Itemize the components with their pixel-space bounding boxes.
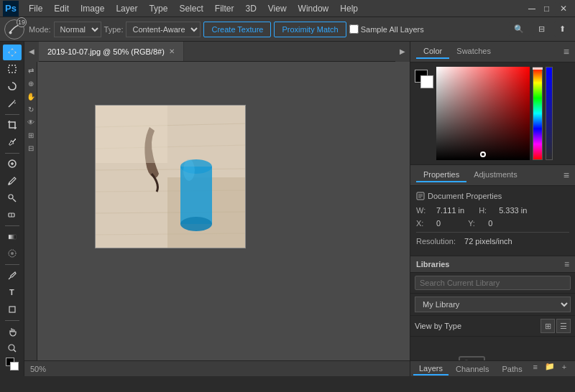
nav-grid[interactable]: ⊞	[25, 129, 37, 141]
tool-move[interactable]	[3, 45, 22, 60]
properties-panel-menu[interactable]: ≡	[564, 169, 569, 181]
main-layout: T ◀ 2019-10-07.jpg @ 50% (RGB/8#) ✕ ▶	[0, 42, 575, 376]
lib-library-select[interactable]: My Library	[415, 297, 571, 312]
brush-tool-icon[interactable]: 19	[4, 19, 24, 39]
tab-color[interactable]: Color	[416, 45, 449, 59]
tool-pen[interactable]	[3, 268, 22, 284]
bg-color-box[interactable]	[420, 75, 433, 88]
doc-properties-label: Document Properties	[428, 192, 502, 200]
new-layer-btn[interactable]: +	[558, 360, 570, 373]
window-close[interactable]: ✕	[559, 2, 572, 15]
mode-select[interactable]: Normal	[54, 22, 101, 37]
sample-all-checkbox[interactable]	[349, 24, 359, 34]
color-gradient-picker[interactable]	[436, 67, 530, 160]
menu-select[interactable]: Select	[173, 2, 208, 15]
libraries-title: Libraries	[416, 260, 449, 269]
canvas-content[interactable]	[37, 62, 410, 360]
tab-swatches[interactable]: Swatches	[449, 45, 498, 59]
tool-wand[interactable]	[3, 95, 22, 111]
menu-3d[interactable]: 3D	[239, 2, 262, 15]
nav-zoom[interactable]: ⊕	[25, 78, 37, 89]
tool-shape[interactable]	[3, 302, 22, 317]
tool-heal[interactable]	[3, 157, 22, 172]
doc-properties-title: Document Properties	[416, 192, 569, 200]
layers-panel-tabs: Layers Channels Paths ≡ 📁 + 🗑 — KB ⚙ ⬆	[410, 360, 575, 376]
lib-select-row: My Library	[410, 294, 575, 316]
tab-close-btn[interactable]: ✕	[169, 47, 175, 55]
type-select[interactable]: Content-Aware	[126, 22, 201, 37]
window-minimize[interactable]: ─	[528, 2, 540, 15]
layers-menu-btn[interactable]: ≡	[530, 360, 541, 373]
nav-ruler[interactable]: ⊟	[25, 142, 37, 154]
tab-paths[interactable]: Paths	[497, 363, 528, 375]
lib-folder-icon	[500, 351, 528, 360]
menu-file[interactable]: File	[23, 2, 48, 15]
tab-properties[interactable]: Properties	[416, 168, 466, 182]
tool-text[interactable]: T	[3, 285, 22, 301]
tab-layers[interactable]: Layers	[413, 363, 448, 375]
width-label: W:	[416, 206, 431, 215]
tool-gradient[interactable]	[3, 229, 22, 245]
nav-arrows[interactable]: ⇄	[25, 65, 37, 76]
window-restore[interactable]: □	[543, 2, 556, 15]
menu-edit[interactable]: Edit	[48, 2, 75, 15]
tool-clone[interactable]	[3, 190, 22, 206]
nav-eye[interactable]: 👁	[25, 116, 37, 128]
new-group-btn[interactable]: 📁	[544, 360, 556, 373]
tool-marquee[interactable]	[3, 62, 22, 78]
menu-image[interactable]: Image	[75, 2, 110, 15]
svg-point-0	[9, 31, 12, 34]
menu-help[interactable]: Help	[334, 2, 364, 15]
lib-grid-view-btn[interactable]: ⊞	[540, 319, 555, 333]
tool-eraser[interactable]	[3, 207, 22, 223]
lib-search-input[interactable]	[415, 276, 571, 290]
lib-viewby-label: View by Type	[415, 322, 540, 330]
canvas-tab-label: 2019-10-07.jpg @ 50% (RGB/8#)	[47, 47, 165, 56]
tool-eyedropper[interactable]	[3, 134, 22, 150]
lib-list-view-btn[interactable]: ☰	[556, 319, 571, 333]
hue-slider[interactable]	[533, 67, 543, 160]
svg-line-19	[14, 350, 16, 352]
tool-divider-4	[5, 264, 19, 265]
menu-layer[interactable]: Layer	[110, 2, 143, 15]
tool-brush[interactable]	[3, 173, 22, 189]
alpha-slider[interactable]	[546, 67, 553, 160]
x-value: 0	[436, 219, 441, 228]
properties-panel-header: Properties Adjustments ≡	[410, 165, 575, 186]
libraries-header: Libraries ≡	[410, 256, 575, 273]
canvas-area: ◀ 2019-10-07.jpg @ 50% (RGB/8#) ✕ ▶ ⇄ ⊕ …	[24, 42, 410, 376]
proximity-match-btn[interactable]: Proximity Match	[274, 22, 346, 37]
zoom-level: 50%	[30, 365, 46, 373]
menu-view[interactable]: View	[262, 2, 293, 15]
canvas-tab[interactable]: 2019-10-07.jpg @ 50% (RGB/8#) ✕	[39, 42, 184, 61]
tab-scroll-left[interactable]: ◀	[24, 42, 39, 62]
search-btn[interactable]: 🔍	[509, 22, 529, 37]
tool-hand[interactable]	[3, 324, 22, 340]
height-label: H:	[479, 206, 493, 215]
tool-blur[interactable]	[3, 246, 22, 262]
share-btn[interactable]: ⬆	[554, 22, 571, 37]
prop-divider	[416, 232, 569, 233]
foreground-bg-color[interactable]	[6, 358, 19, 370]
workspace-btn[interactable]: ⊟	[533, 22, 550, 37]
sample-all-layers-check[interactable]: Sample All Layers	[349, 24, 424, 34]
tab-adjustments[interactable]: Adjustments	[466, 168, 525, 182]
color-panel-menu[interactable]: ≡	[564, 46, 569, 57]
tool-lasso[interactable]	[3, 78, 22, 94]
menu-window[interactable]: Window	[293, 2, 335, 15]
create-texture-btn[interactable]: Create Texture	[203, 22, 271, 37]
nav-hand[interactable]: ✋	[25, 90, 37, 102]
tab-scroll-right[interactable]: ▶	[395, 42, 410, 62]
tool-zoom[interactable]	[3, 340, 22, 356]
svg-point-9	[9, 195, 13, 199]
color-panel-tabs: Color Swatches	[416, 45, 498, 59]
background-color[interactable]	[10, 362, 19, 370]
libraries-menu[interactable]: ≡	[564, 259, 569, 269]
tab-channels[interactable]: Channels	[450, 363, 494, 375]
nav-rotate[interactable]: ↻	[25, 103, 37, 115]
menu-filter[interactable]: Filter	[209, 2, 240, 15]
width-value: 7.111 in	[436, 206, 464, 215]
menu-type[interactable]: Type	[143, 2, 173, 15]
tool-crop[interactable]	[3, 117, 22, 133]
left-nav-panel: ⇄ ⊕ ✋ ↻ 👁 ⊞ ⊟	[24, 62, 37, 360]
